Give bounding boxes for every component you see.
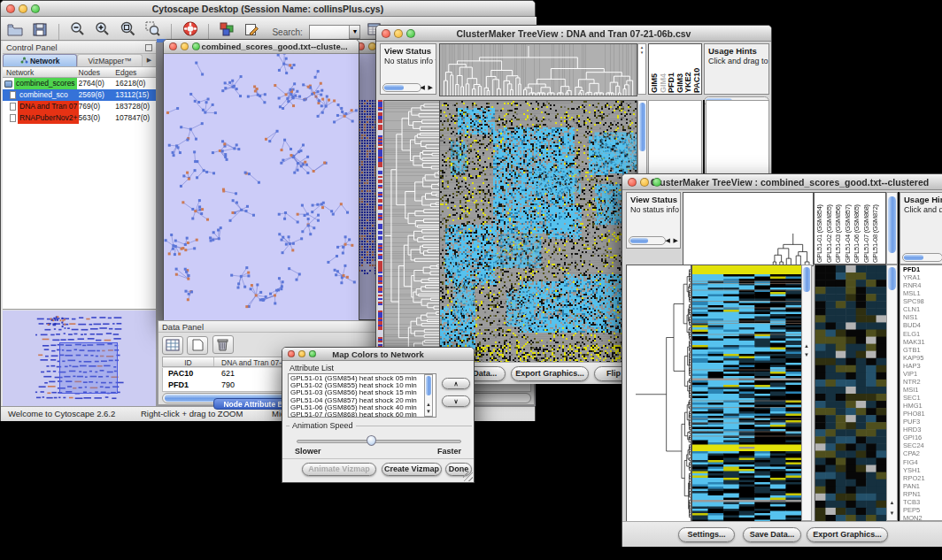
minimize-button[interactable]: [298, 350, 305, 357]
attribute-list-item[interactable]: GPL51-07 (GSM868) heat shock 60 min: [290, 411, 436, 418]
minimize-button[interactable]: [19, 4, 27, 13]
zoom-button[interactable]: [309, 350, 316, 357]
help-lifesaver-button[interactable]: [180, 19, 201, 38]
tv1-row-dendrogram[interactable]: [383, 100, 441, 363]
tv1-heatmap[interactable]: [439, 100, 637, 363]
float-panel-icon[interactable]: [145, 44, 152, 51]
scroll-down-arrow[interactable]: ▼: [425, 409, 432, 415]
minimize-button[interactable]: [181, 42, 189, 50]
column-header-nodes[interactable]: Nodes: [79, 67, 116, 77]
export-graphics-button[interactable]: Export Graphics...: [511, 366, 589, 381]
create-vizmap-button[interactable]: Create Vizmap: [382, 463, 442, 476]
tv1-col-dendrogram[interactable]: [439, 43, 637, 96]
scrollbar-thumb[interactable]: [888, 267, 896, 290]
animation-slider-thumb[interactable]: [367, 435, 376, 446]
zoom-in-button[interactable]: [92, 19, 113, 38]
move-down-button[interactable]: ∨: [442, 395, 470, 407]
close-button[interactable]: [6, 4, 15, 13]
minimize-button[interactable]: [640, 178, 649, 187]
network-view[interactable]: [164, 54, 359, 320]
scrollbar-thumb[interactable]: [426, 376, 431, 395]
animation-slider-track[interactable]: [297, 440, 461, 443]
view-status-hscrollbar[interactable]: [382, 83, 421, 92]
resize-grip[interactable]: [463, 472, 473, 481]
window-controls[interactable]: [382, 29, 415, 38]
annotation-button[interactable]: [242, 19, 263, 39]
vizmapper-icon-button[interactable]: [217, 19, 238, 39]
scroll-right-arrow[interactable]: ▶: [674, 235, 678, 245]
zoom-button[interactable]: [406, 29, 415, 38]
scroll-left-arrow[interactable]: ◀: [421, 82, 425, 92]
scrollbar-thumb[interactable]: [630, 238, 648, 243]
network-table-row[interactable]: combined_scores2764(0)16218(0): [3, 78, 156, 89]
search-dropdown-arrow[interactable]: ▼: [349, 26, 359, 38]
tv1-col-scroll-arrows[interactable]: ▴▾: [637, 43, 646, 95]
network-overview-panel[interactable]: [3, 311, 156, 406]
overview-canvas[interactable]: [4, 312, 153, 404]
scroll-right-arrow[interactable]: ▶: [429, 82, 433, 92]
network-table-row[interactable]: combined_sco2569(6)13112(15): [3, 89, 156, 101]
scrollbar-thumb[interactable]: [384, 85, 404, 90]
select-attributes-button[interactable]: [162, 336, 183, 355]
close-button[interactable]: [628, 178, 637, 187]
close-button[interactable]: [288, 350, 295, 357]
treeview2-titlebar[interactable]: ClusterMaker TreeView : combined_scores_…: [622, 174, 942, 190]
scroll-up-arrow[interactable]: ▲: [887, 500, 897, 506]
zoom-button[interactable]: [652, 178, 661, 187]
export-graphics-button[interactable]: Export Graphics...: [807, 527, 888, 542]
animate-vizmap-button[interactable]: Animate Vizmap: [302, 463, 376, 476]
network-table-row[interactable]: DNA and Tran 07769(0)183728(0): [3, 101, 156, 112]
tv2-zoom-heatmap[interactable]: [815, 265, 887, 523]
network-canvas[interactable]: [164, 54, 359, 320]
save-data-button[interactable]: Save Data...: [743, 527, 801, 542]
treeview1-titlebar[interactable]: ClusterMaker TreeView : DNA and Tran 07-…: [376, 26, 771, 42]
tv2-heatmap[interactable]: [691, 265, 802, 523]
scroll-down-arrow[interactable]: ▼: [887, 510, 897, 517]
scroll-up-arrow[interactable]: ▲: [802, 343, 811, 349]
create-attribute-button[interactable]: [187, 336, 208, 355]
scroll-up-arrow[interactable]: ▲: [425, 402, 432, 408]
zoom-button[interactable]: [192, 42, 200, 50]
window-controls[interactable]: [6, 4, 40, 13]
zoom-fit-button[interactable]: [117, 19, 138, 38]
view-status-hscrollbar[interactable]: [629, 236, 666, 245]
tv2-col-dendrogram[interactable]: [683, 192, 814, 266]
tab-vizmapper[interactable]: VizMapper™: [77, 54, 143, 66]
tv2-col-vscrollbar[interactable]: [886, 192, 898, 265]
scroll-left-arrow[interactable]: ◀: [666, 235, 670, 245]
scrollbar-thumb[interactable]: [639, 103, 645, 151]
tv2-row-dendrogram[interactable]: [626, 265, 691, 523]
usage-hscrollbar[interactable]: [902, 253, 942, 262]
scrollbar-thumb[interactable]: [888, 196, 896, 253]
delete-attribute-button[interactable]: [212, 335, 234, 354]
column-header-edges[interactable]: Edges: [115, 67, 156, 77]
network-window-titlebar[interactable]: combined_scores_good.txt--cluste...: [164, 40, 359, 54]
tv2-vscrollbar[interactable]: ▲ ▼: [801, 265, 812, 521]
network-list-empty-area[interactable]: [3, 124, 156, 310]
save-session-button[interactable]: [29, 19, 50, 39]
attribute-list-vscrollbar[interactable]: ▲ ▼: [424, 374, 433, 417]
settings-button[interactable]: Settings...: [678, 527, 735, 542]
zoom-button[interactable]: [31, 4, 40, 13]
close-button[interactable]: [382, 29, 390, 38]
close-button[interactable]: [169, 42, 177, 50]
move-up-button[interactable]: ∧: [442, 378, 470, 389]
network-table-row[interactable]: RNAPuberNov2+563(0)107847(0): [3, 112, 156, 124]
scrollbar-thumb[interactable]: [904, 255, 923, 260]
window-controls[interactable]: [288, 350, 316, 357]
cytoscape-titlebar[interactable]: Cytoscape Desktop (Session Name: collins…: [1, 1, 535, 17]
column-header-network[interactable]: Network: [3, 67, 79, 77]
scrollbar-thumb[interactable]: [803, 267, 810, 292]
zoom-selected-button[interactable]: [143, 19, 164, 38]
column-header-id[interactable]: ID: [163, 357, 214, 366]
map-colors-titlebar[interactable]: Map Colors to Network: [282, 348, 474, 361]
scroll-down-arrow[interactable]: ▼: [802, 352, 811, 358]
window-controls[interactable]: [169, 42, 200, 50]
open-session-button[interactable]: [4, 19, 26, 39]
tab-overflow-arrow[interactable]: ▶: [143, 54, 156, 66]
minimize-button[interactable]: [394, 29, 403, 38]
window-controls[interactable]: [628, 178, 661, 187]
tab-network[interactable]: Network: [3, 54, 77, 66]
zoom-out-button[interactable]: [66, 19, 88, 38]
tv2-zoom-vscrollbar[interactable]: ▲ ▼: [886, 265, 898, 521]
